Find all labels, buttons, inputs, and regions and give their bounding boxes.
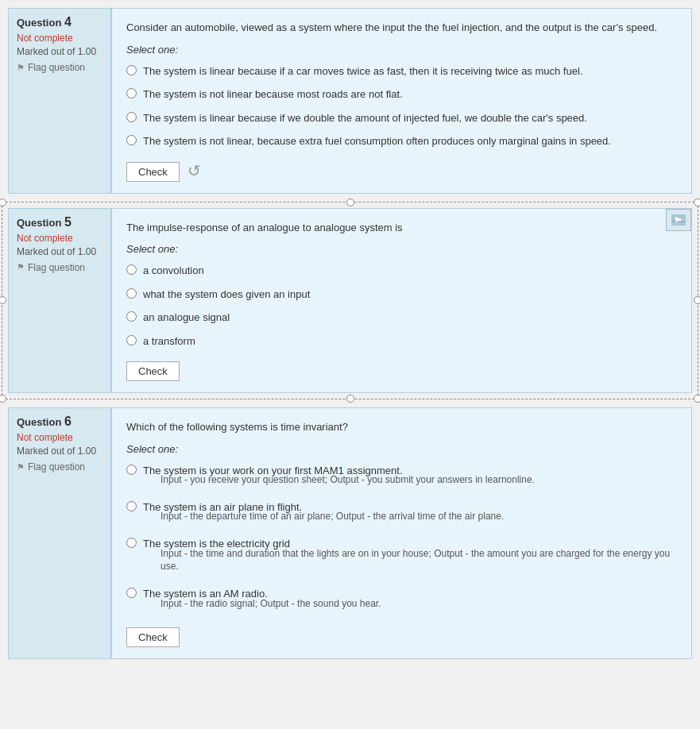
question-6-radio-d[interactable] <box>126 588 137 598</box>
question-5-option-a-text[interactable]: a convolution <box>143 263 204 279</box>
question-6-flag[interactable]: ⚑ Flag question <box>17 461 102 472</box>
question-4-body: Consider an automobile, viewed as a syst… <box>111 8 692 194</box>
question-6-sidebar: Question 6 Not complete Marked out of 1.… <box>8 407 111 659</box>
question-4-option-c: The system is linear because if we doubl… <box>126 110 677 126</box>
question-4-option-b: The system is not linear because most ro… <box>126 87 677 102</box>
question-5-select-label: Select one: <box>126 243 677 255</box>
question-5-marked: Marked out of 1.00 <box>17 246 102 257</box>
question-4-option-c-text[interactable]: The system is linear because if we doubl… <box>143 110 587 126</box>
question-5-option-c: an analogue signal <box>126 310 677 326</box>
question-4-option-a: The system is linear because if a car mo… <box>126 64 677 79</box>
handle-bl[interactable] <box>0 395 6 403</box>
question-4-marked: Marked out of 1.00 <box>17 46 102 57</box>
question-6-select-label: Select one: <box>126 443 677 455</box>
question-4-radio-c[interactable] <box>126 112 137 122</box>
question-4-radio-b[interactable] <box>126 88 137 98</box>
media-icon <box>666 209 691 231</box>
page-wrapper: Question 4 Not complete Marked out of 1.… <box>0 0 700 729</box>
question-5-option-b-text[interactable]: what the system does given an input <box>143 287 310 303</box>
question-4-option-b-text[interactable]: The system is not linear because most ro… <box>143 87 403 102</box>
question-6-radio-b[interactable] <box>126 501 137 511</box>
question-6-radio-a[interactable] <box>126 465 137 475</box>
question-4-select-label: Select one: <box>126 44 677 56</box>
question-5-option-d: a transform <box>126 334 677 349</box>
flag-icon: ⚑ <box>17 63 25 73</box>
handle-bc[interactable] <box>346 395 354 403</box>
question-4-check-button[interactable]: Check <box>126 162 180 182</box>
handle-tl[interactable] <box>0 199 6 206</box>
question-4-status: Not complete <box>17 33 102 44</box>
question-6-check-button[interactable]: Check <box>126 627 180 647</box>
question-6-marked: Marked out of 1.00 <box>17 446 102 457</box>
question-6-option-d-subtext: Input - the radio signal; Output - the s… <box>160 597 381 611</box>
question-6-option-c-subtext: Input - the time and duration that the l… <box>160 547 677 574</box>
handle-tc[interactable] <box>346 199 354 206</box>
question-4-radio-d[interactable] <box>126 135 137 145</box>
question-6-option-b-subtext: Input - the departure time of an air pla… <box>160 510 504 523</box>
question-5-option-d-text[interactable]: a transform <box>143 334 195 349</box>
question-6-option-b: The system is an air plane in flight. In… <box>126 499 677 528</box>
handle-br[interactable] <box>694 395 700 403</box>
handle-tr[interactable] <box>694 199 700 206</box>
question-4-radio-a[interactable] <box>126 65 137 75</box>
flag-icon-5: ⚑ <box>17 262 25 272</box>
question-5-body: The impulse-response of an analogue to a… <box>111 208 692 394</box>
question-5-label: Question 5 <box>17 215 102 230</box>
question-5-option-c-text[interactable]: an analogue signal <box>143 310 230 326</box>
question-6-status: Not complete <box>17 432 102 443</box>
question-6-body: Which of the following systems is time i… <box>111 407 692 659</box>
question-5-flag[interactable]: ⚑ Flag question <box>17 262 102 273</box>
question-4-sidebar: Question 4 Not complete Marked out of 1.… <box>8 8 111 194</box>
question-5-radio-b[interactable] <box>126 288 137 299</box>
question-5-radio-a[interactable] <box>126 264 137 275</box>
question-4-text: Consider an automobile, viewed as a syst… <box>126 20 677 36</box>
question-6-text: Which of the following systems is time i… <box>126 419 677 435</box>
question-5-option-a: a convolution <box>126 263 677 279</box>
question-4-option-d-text[interactable]: The system is not linear, because extra … <box>143 133 611 149</box>
redo-icon: ↺ <box>188 161 201 180</box>
question-5-check-button[interactable]: Check <box>126 361 180 381</box>
question-5-status: Not complete <box>17 233 102 244</box>
question-5-card: Question 5 Not complete Marked out of 1.… <box>8 208 692 394</box>
question-6-radio-c[interactable] <box>126 538 137 548</box>
flag-icon-6: ⚑ <box>17 462 25 472</box>
question-6-card: Question 6 Not complete Marked out of 1.… <box>8 407 692 659</box>
question-5-radio-c[interactable] <box>126 311 137 322</box>
question-6-label: Question 6 <box>17 415 102 429</box>
question-6-option-c: The system is the electricity grid Input… <box>126 536 677 578</box>
question-4-option-d: The system is not linear, because extra … <box>126 133 677 149</box>
question-4-card: Question 4 Not complete Marked out of 1.… <box>8 8 692 194</box>
handle-mr[interactable] <box>694 296 700 304</box>
question-4-option-a-text[interactable]: The system is linear because if a car mo… <box>143 64 582 79</box>
question-6-option-d: The system is an AM radio. Input - the r… <box>126 586 677 615</box>
question-4-label: Question 4 <box>17 15 102 29</box>
question-5-option-b: what the system does given an input <box>126 287 677 303</box>
question-6-option-a: The system is your work on your first MA… <box>126 463 677 492</box>
question-4-flag[interactable]: ⚑ Flag question <box>17 62 102 73</box>
handle-ml[interactable] <box>0 296 6 304</box>
question-6-option-a-subtext: Input - you receive your question sheet;… <box>160 473 535 487</box>
question-5-radio-d[interactable] <box>126 335 137 345</box>
question-5-text: The impulse-response of an analogue to a… <box>126 220 677 236</box>
question-5-sidebar: Question 5 Not complete Marked out of 1.… <box>8 208 111 394</box>
